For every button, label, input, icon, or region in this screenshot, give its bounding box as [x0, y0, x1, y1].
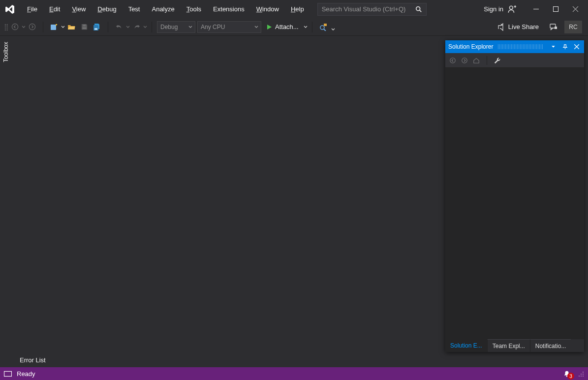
status-text: Ready — [17, 370, 35, 378]
svg-rect-14 — [83, 25, 86, 27]
play-icon — [266, 24, 272, 30]
status-bar: Ready 3 — [0, 367, 588, 380]
share-icon — [496, 23, 504, 31]
svg-point-32 — [581, 376, 582, 377]
svg-line-19 — [324, 29, 326, 31]
svg-point-25 — [462, 58, 467, 63]
solution-explorer-toolbar — [445, 53, 584, 68]
svg-point-28 — [583, 372, 584, 373]
svg-point-2 — [510, 6, 513, 9]
maximize-button[interactable] — [546, 2, 565, 16]
svg-rect-16 — [94, 28, 97, 30]
quick-launch-search[interactable]: Search Visual Studio (Ctrl+Q) — [317, 3, 427, 16]
start-attach-button[interactable]: Attach... — [263, 21, 302, 33]
tab-notifications[interactable]: Notificatio... — [530, 339, 571, 352]
solution-config-dropdown[interactable]: Debug — [157, 21, 195, 33]
chevron-down-icon[interactable] — [22, 25, 25, 29]
menu-edit[interactable]: Edit — [44, 3, 65, 15]
user-icon — [507, 5, 516, 14]
main-menu: File Edit View Debug Test Analyze Tools … — [22, 3, 309, 15]
svg-point-31 — [579, 376, 580, 377]
solution-config-value: Debug — [160, 24, 178, 30]
sign-in-button[interactable]: Sign in — [484, 5, 516, 14]
svg-point-18 — [320, 26, 324, 29]
menu-analyze[interactable]: Analyze — [146, 3, 180, 15]
window-mode-icon[interactable] — [4, 370, 12, 377]
live-share-button[interactable]: Live Share — [493, 20, 543, 34]
open-file-button[interactable] — [65, 21, 77, 33]
menu-debug[interactable]: Debug — [92, 3, 122, 15]
chevron-down-icon[interactable] — [61, 25, 64, 29]
panel-options-button[interactable] — [549, 42, 557, 51]
svg-point-30 — [583, 374, 584, 375]
se-properties-button[interactable] — [494, 57, 501, 64]
svg-rect-17 — [324, 24, 327, 26]
error-list-tab[interactable]: Error List — [15, 354, 51, 367]
feedback-button[interactable] — [548, 21, 559, 33]
se-forward-button[interactable] — [461, 57, 468, 64]
se-back-button[interactable] — [449, 57, 456, 64]
svg-line-1 — [419, 10, 421, 12]
solution-explorer-title: Solution Explorer — [448, 43, 493, 50]
drag-handle-icon — [498, 44, 544, 49]
search-icon — [415, 6, 422, 13]
title-bar: File Edit View Debug Test Analyze Tools … — [0, 0, 588, 18]
tab-solution-explorer[interactable]: Solution E... — [445, 339, 487, 352]
attach-label: Attach... — [275, 23, 299, 30]
grip-dots-icon: ⣿ — [4, 23, 8, 30]
close-button[interactable] — [565, 2, 585, 16]
save-button[interactable] — [78, 21, 90, 33]
svg-rect-21 — [555, 27, 557, 29]
profile-badge[interactable]: RC — [564, 21, 582, 33]
resize-grip-icon[interactable] — [577, 370, 584, 377]
save-all-button[interactable] — [91, 21, 103, 33]
chevron-down-icon[interactable] — [126, 25, 129, 29]
menu-tools[interactable]: Tools — [181, 3, 207, 15]
svg-point-33 — [583, 376, 584, 377]
find-in-files-button[interactable] — [317, 21, 329, 33]
solution-explorer-panel: Solution Explorer Solution E... Team Exp… — [445, 40, 584, 352]
svg-rect-6 — [553, 7, 558, 12]
chevron-down-icon[interactable] — [331, 28, 335, 31]
nav-back-button[interactable] — [9, 21, 21, 33]
svg-point-29 — [581, 374, 582, 375]
toolbox-tab[interactable]: Toolbox — [2, 39, 9, 65]
svg-rect-13 — [82, 27, 86, 29]
vs-logo-icon — [4, 3, 16, 15]
minimize-button[interactable] — [526, 2, 546, 16]
se-home-button[interactable] — [473, 57, 480, 64]
new-project-button[interactable] — [48, 21, 60, 33]
menu-test[interactable]: Test — [123, 3, 146, 15]
nav-forward-button[interactable] — [26, 21, 38, 33]
solution-explorer-tabs: Solution E... Team Expl... Notificatio..… — [445, 339, 584, 352]
redo-button[interactable] — [130, 21, 142, 33]
chevron-down-icon[interactable] — [304, 25, 307, 29]
left-dock: Toolbox — [0, 36, 12, 351]
search-placeholder: Search Visual Studio (Ctrl+Q) — [322, 5, 415, 13]
menu-window[interactable]: Window — [251, 3, 284, 15]
solution-platform-value: Any CPU — [201, 24, 225, 30]
chevron-down-icon — [188, 25, 192, 29]
pin-button[interactable] — [560, 42, 569, 51]
chevron-down-icon[interactable] — [143, 25, 147, 29]
undo-button[interactable] — [113, 21, 125, 33]
solution-explorer-tree[interactable] — [445, 68, 584, 339]
menu-view[interactable]: View — [66, 3, 91, 15]
chevron-down-icon — [254, 25, 258, 29]
panel-close-button[interactable] — [572, 42, 581, 51]
notification-count: 3 — [567, 373, 574, 380]
menu-help[interactable]: Help — [285, 3, 309, 15]
solution-explorer-titlebar[interactable]: Solution Explorer — [445, 40, 584, 53]
tab-team-explorer[interactable]: Team Expl... — [487, 339, 530, 352]
svg-rect-26 — [4, 372, 12, 377]
notifications-button[interactable]: 3 — [561, 369, 572, 379]
svg-point-10 — [29, 24, 35, 29]
sign-in-label: Sign in — [484, 5, 503, 13]
menu-file[interactable]: File — [22, 3, 43, 15]
menu-extensions[interactable]: Extensions — [208, 3, 250, 15]
svg-rect-11 — [51, 25, 56, 30]
profile-initials: RC — [569, 24, 577, 30]
standard-toolbar: ⣿ Debug — [0, 18, 588, 36]
svg-point-0 — [416, 6, 420, 10]
solution-platform-dropdown[interactable]: Any CPU — [197, 21, 261, 33]
